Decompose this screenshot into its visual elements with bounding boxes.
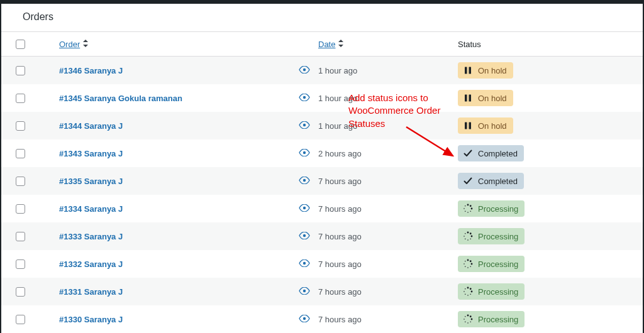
svg-point-42 [470,293,471,295]
table-row[interactable]: #1346 Saranya J1 hour agoOn hold [1,57,643,84]
spinner-icon [463,314,473,324]
svg-point-12 [467,204,469,206]
order-link[interactable]: #1335 Saranya J [59,177,123,186]
svg-point-48 [467,315,469,317]
status-label: Processing [478,287,518,297]
status-badge: Processing [458,256,525,272]
svg-point-49 [470,315,472,317]
order-date: 7 hours ago [318,259,362,269]
row-checkbox[interactable] [16,94,25,103]
check-icon [463,148,473,158]
order-link[interactable]: #1332 Saranya J [59,259,123,269]
order-date: 7 hours ago [318,315,362,324]
status-label: On hold [478,121,507,131]
svg-point-13 [470,205,472,207]
preview-eye-icon[interactable] [299,315,310,324]
order-link[interactable]: #1330 Saranya J [59,315,123,324]
row-checkbox[interactable] [16,66,25,75]
row-checkbox[interactable] [16,315,25,324]
svg-point-9 [303,151,306,153]
svg-point-24 [470,238,471,239]
order-link[interactable]: #1343 Saranya J [59,149,123,158]
column-header-order[interactable]: Order [59,40,89,49]
svg-point-50 [471,319,473,320]
preview-eye-icon[interactable] [299,149,310,158]
table-row[interactable]: #1343 Saranya J2 hours agoCompleted [1,139,643,167]
sort-icon [82,40,89,48]
check-icon [463,176,473,186]
table-row[interactable]: #1344 Saranya J1 hour agoOn hold [1,112,643,139]
table-header: Order Date Status [1,32,643,57]
column-header-date[interactable]: Date [318,40,344,49]
spinner-icon [463,231,473,241]
table-row[interactable]: #1333 Saranya J7 hours agoProcessing [1,222,643,250]
preview-eye-icon[interactable] [299,259,310,269]
svg-point-33 [470,266,471,267]
svg-point-54 [464,319,465,320]
row-checkbox[interactable] [16,259,25,269]
order-link[interactable]: #1334 Saranya J [59,204,123,214]
status-badge: Processing [458,200,525,217]
order-link[interactable]: #1331 Saranya J [59,287,123,297]
order-date: 2 hours ago [318,149,362,158]
orders-panel: Orders Order Date Status #1346 Saranya J… [1,4,643,333]
svg-rect-5 [469,95,472,102]
order-link[interactable]: #1344 Saranya J [59,121,123,131]
svg-point-32 [471,263,473,265]
status-label: Processing [478,259,518,269]
table-row[interactable]: #1334 Saranya J7 hours agoProcessing [1,195,643,222]
svg-rect-4 [465,95,467,102]
svg-point-36 [464,263,465,265]
order-link[interactable]: #1346 Saranya J [59,66,123,75]
svg-point-23 [471,236,473,237]
svg-point-45 [464,291,465,292]
svg-point-41 [471,291,473,293]
order-date: 7 hours ago [318,232,362,241]
select-all-checkbox[interactable] [16,40,25,49]
table-row[interactable]: #1331 Saranya J7 hours agoProcessing [1,278,643,305]
column-header-order-label: Order [59,40,80,49]
svg-point-21 [467,232,469,234]
svg-point-55 [465,316,466,317]
svg-point-16 [467,212,469,213]
svg-point-39 [467,287,469,289]
svg-point-35 [465,266,466,267]
svg-point-43 [467,295,469,296]
svg-point-51 [470,321,471,322]
table-row[interactable]: #1330 Saranya J7 hours agoProcessing [1,305,643,333]
status-badge: Processing [458,311,525,327]
preview-eye-icon[interactable] [299,287,310,297]
pause-icon [463,65,473,75]
row-checkbox[interactable] [16,232,25,241]
status-badge: On hold [458,90,513,106]
preview-eye-icon[interactable] [299,204,310,214]
row-checkbox[interactable] [16,149,25,158]
table-row[interactable]: #1335 Saranya J7 hours agoCompleted [1,167,643,195]
preview-eye-icon[interactable] [299,121,310,131]
row-checkbox[interactable] [16,177,25,186]
svg-point-10 [303,178,306,181]
svg-point-53 [465,321,466,322]
preview-eye-icon[interactable] [299,66,310,75]
status-badge: Completed [458,173,524,189]
row-checkbox[interactable] [16,121,25,131]
svg-point-15 [470,210,471,212]
column-header-date-label: Date [318,40,335,49]
svg-point-26 [465,238,466,239]
svg-rect-8 [469,123,472,129]
order-link[interactable]: #1345 Saranya Gokula ramanan [59,94,182,103]
table-row[interactable]: #1345 Saranya Gokula ramanan1 hour agoOn… [1,84,643,112]
row-checkbox[interactable] [16,287,25,297]
preview-eye-icon[interactable] [299,177,310,186]
order-date: 7 hours ago [318,177,362,186]
order-date: 1 hour ago [318,94,357,103]
order-link[interactable]: #1333 Saranya J [59,232,123,241]
spinner-icon [463,287,473,297]
order-date: 7 hours ago [318,287,362,297]
preview-eye-icon[interactable] [299,232,310,241]
preview-eye-icon[interactable] [299,94,310,103]
svg-point-20 [303,234,306,236]
table-row[interactable]: #1332 Saranya J7 hours agoProcessing [1,250,643,278]
status-label: Completed [478,177,518,186]
row-checkbox[interactable] [16,204,25,214]
